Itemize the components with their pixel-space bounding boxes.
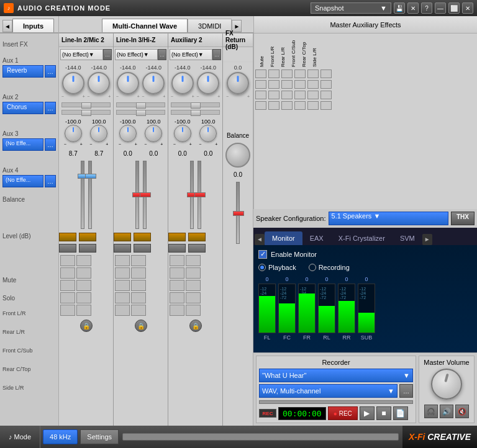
- ch2-frontcsub-2[interactable]: [131, 280, 146, 291]
- channel3-mute-btn1[interactable]: [168, 233, 186, 241]
- speaker-config-select[interactable]: 5.1 Speakers ▼: [329, 212, 448, 225]
- ch3-frontcsub-2[interactable]: [186, 280, 201, 291]
- monitor-tab-nav-right[interactable]: ►: [422, 234, 432, 245]
- channel2-insert-fx-dropdown[interactable]: (No Effect) ▼: [115, 49, 158, 60]
- ch2-sidelr-2[interactable]: [131, 305, 146, 316]
- channel1-insert-fx-dropdown[interactable]: (No Effect) ▼: [60, 49, 103, 60]
- channel3-bal1-knob[interactable]: [174, 125, 191, 142]
- aux3-rearctop-btn[interactable]: [307, 91, 319, 99]
- stop-button[interactable]: ■: [376, 406, 391, 420]
- aux4-frontcsub-btn[interactable]: [294, 101, 306, 110]
- channel2-bal2-knob[interactable]: [145, 125, 162, 142]
- ch3-rearctop-2[interactable]: [186, 292, 201, 303]
- aux3-frontcsub-btn[interactable]: [294, 91, 306, 99]
- channel3-solo-btn2[interactable]: [188, 244, 206, 253]
- recorder-options-button[interactable]: …: [399, 384, 413, 398]
- tab-nav-left[interactable]: ◄: [2, 20, 12, 32]
- aux1-frontlr-btn[interactable]: [268, 69, 279, 78]
- channel1-aux3-slider[interactable]: [61, 102, 110, 107]
- ch2-rearlr-2[interactable]: [131, 267, 146, 279]
- channel2-lock-button[interactable]: 🔒: [135, 320, 147, 332]
- tab-multi-wave[interactable]: Multi-Channel Wave: [102, 19, 188, 32]
- master-volume-knob[interactable]: [431, 369, 462, 400]
- ch2-rearctop-1[interactable]: [115, 292, 130, 303]
- channel2-solo-btn1[interactable]: [114, 244, 131, 253]
- channel2-solo-btn2[interactable]: [134, 244, 151, 253]
- ch2-frontlr-1[interactable]: [115, 255, 130, 266]
- ch3-rearctop-1[interactable]: [170, 292, 184, 303]
- channel1-rearlr-btn1[interactable]: [60, 267, 75, 279]
- aux3-rearlr-btn[interactable]: [281, 91, 293, 99]
- save-button[interactable]: 💾: [394, 2, 405, 14]
- aux2-rearctop-btn[interactable]: [307, 80, 319, 89]
- aux2-frontlr-btn[interactable]: [268, 80, 279, 89]
- ch3-frontlr-2[interactable]: [186, 255, 201, 266]
- mode-button[interactable]: ♪ Mode: [0, 426, 40, 448]
- channel1-aux4-slider[interactable]: [61, 110, 110, 115]
- monitor-tab-crystalizer[interactable]: X-Fi Crystalizer: [331, 231, 393, 245]
- channel1-fader2-thumb[interactable]: [85, 174, 96, 179]
- enable-monitor-checkbox[interactable]: ✓: [258, 250, 267, 259]
- aux4-rearlr-btn[interactable]: [281, 101, 293, 110]
- recording-radio[interactable]: [309, 264, 316, 271]
- aux1-sidelr-btn[interactable]: [320, 69, 332, 78]
- ch3-rearlr-2[interactable]: [186, 267, 201, 279]
- channel1-mute-button2[interactable]: [79, 233, 96, 241]
- aux3-frontlr-btn[interactable]: [268, 91, 279, 99]
- channel3-insert-fx-btn[interactable]: …: [212, 49, 221, 60]
- aux2-rearlr-btn[interactable]: [281, 80, 293, 89]
- channel1-rearctop-btn1[interactable]: [60, 292, 75, 303]
- play-button[interactable]: ▶: [360, 406, 375, 420]
- window-close-button[interactable]: ✕: [462, 2, 473, 14]
- snapshot-dropdown[interactable]: Snapshot ▼: [311, 2, 391, 14]
- recorder-format-select[interactable]: WAV, Multi-channel ▼: [259, 384, 398, 398]
- aux4-mute-check[interactable]: [255, 101, 266, 110]
- aux3-sidelr-btn[interactable]: [320, 91, 332, 99]
- ch3-frontcsub-1[interactable]: [170, 280, 184, 291]
- channel2-knob1[interactable]: [117, 72, 139, 94]
- ch2-frontlr-2[interactable]: [131, 255, 146, 266]
- channel2-aux3-slider[interactable]: [116, 102, 165, 107]
- tab-inputs[interactable]: Inputs: [12, 19, 54, 32]
- channel1-aux1-knob2[interactable]: [88, 72, 110, 94]
- aux4-menu-button[interactable]: …: [45, 175, 56, 187]
- channel2-insert-fx-btn[interactable]: …: [158, 49, 166, 60]
- mute-icon[interactable]: 🔇: [455, 405, 469, 418]
- fx-return-fader-track[interactable]: [236, 182, 240, 244]
- channel1-fader2-track[interactable]: [88, 161, 92, 229]
- playback-radio[interactable]: [258, 264, 266, 271]
- aux2-mute-check[interactable]: [255, 80, 266, 89]
- channel2-aux3-thumb[interactable]: [136, 102, 146, 109]
- channel3-bal2-knob[interactable]: [199, 125, 217, 142]
- bottom-scrollbar[interactable]: [122, 433, 399, 441]
- headphone-icon[interactable]: 🎧: [424, 405, 438, 418]
- ch3-frontlr-1[interactable]: [170, 255, 184, 266]
- channel1-frontlr-btn2[interactable]: [76, 255, 91, 266]
- ch3-rearlr-1[interactable]: [170, 267, 184, 279]
- help-button[interactable]: ?: [421, 2, 432, 14]
- ch2-sidelr-1[interactable]: [115, 305, 130, 316]
- channel3-insert-fx-dropdown[interactable]: (No Effect) ▼: [170, 49, 212, 60]
- channel3-knob2[interactable]: [197, 72, 219, 94]
- channel2-bal1-knob[interactable]: [119, 125, 137, 142]
- aux2-frontcsub-btn[interactable]: [294, 80, 306, 89]
- settings-button[interactable]: Settings: [80, 429, 119, 444]
- fx-return-knob1[interactable]: [227, 72, 249, 94]
- ch3-sidelr-2[interactable]: [186, 305, 201, 316]
- channel3-knob1[interactable]: [171, 72, 194, 94]
- minimize-button[interactable]: —: [435, 2, 446, 14]
- channel3-fader2-thumb[interactable]: [194, 192, 206, 197]
- aux3-menu-button[interactable]: …: [45, 138, 56, 151]
- channel1-frontlr-btn1[interactable]: [60, 255, 75, 266]
- channel1-fader1-track[interactable]: [81, 161, 84, 229]
- channel1-frontcsub-btn2[interactable]: [76, 280, 91, 291]
- aux1-effect-button[interactable]: Reverb: [2, 65, 43, 78]
- channel3-solo-btn1[interactable]: [168, 244, 186, 253]
- channel1-bal1-knob[interactable]: [65, 125, 82, 142]
- aux4-effect-button[interactable]: (No Effe...: [2, 175, 43, 187]
- channel1-solo-button2[interactable]: [79, 244, 96, 253]
- thx-button[interactable]: THX: [451, 212, 475, 225]
- ch2-rearctop-2[interactable]: [131, 292, 146, 303]
- channel1-solo-button[interactable]: [59, 244, 76, 253]
- channel1-lock-button[interactable]: 🔒: [80, 320, 93, 332]
